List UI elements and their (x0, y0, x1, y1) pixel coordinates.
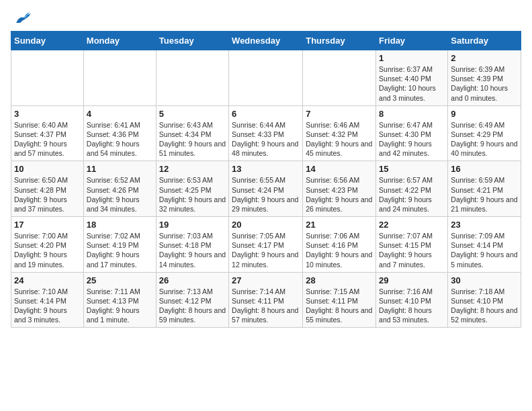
day-info: Sunrise: 7:13 AM Sunset: 4:12 PM Dayligh… (159, 287, 226, 325)
day-info: Sunrise: 6:55 AM Sunset: 4:24 PM Dayligh… (232, 175, 300, 214)
day-cell: 6Sunrise: 6:44 AM Sunset: 4:33 PM Daylig… (229, 105, 303, 161)
day-info: Sunrise: 6:41 AM Sunset: 4:36 PM Dayligh… (87, 120, 153, 158)
day-info: Sunrise: 7:15 AM Sunset: 4:11 PM Dayligh… (306, 287, 373, 325)
day-number: 2 (451, 53, 518, 63)
day-info: Sunrise: 6:56 AM Sunset: 4:23 PM Dayligh… (306, 175, 373, 214)
day-cell: 27Sunrise: 7:14 AM Sunset: 4:11 PM Dayli… (229, 272, 303, 328)
day-number: 6 (232, 109, 300, 119)
day-info: Sunrise: 6:43 AM Sunset: 4:34 PM Dayligh… (159, 120, 226, 158)
day-header-thursday: Thursday (303, 32, 376, 50)
day-number: 11 (87, 164, 153, 174)
day-header-sunday: Sunday (11, 32, 84, 50)
day-cell: 30Sunrise: 7:18 AM Sunset: 4:10 PM Dayli… (448, 272, 521, 328)
day-cell: 15Sunrise: 6:57 AM Sunset: 4:22 PM Dayli… (376, 161, 448, 217)
day-number: 3 (14, 109, 81, 119)
day-cell: 16Sunrise: 6:59 AM Sunset: 4:21 PM Dayli… (448, 161, 521, 217)
day-info: Sunrise: 6:39 AM Sunset: 4:39 PM Dayligh… (451, 64, 518, 103)
day-number: 17 (14, 220, 81, 230)
day-number: 9 (451, 109, 518, 119)
day-number: 29 (379, 275, 445, 285)
day-cell: 10Sunrise: 6:50 AM Sunset: 4:28 PM Dayli… (11, 161, 84, 217)
day-info: Sunrise: 7:10 AM Sunset: 4:14 PM Dayligh… (14, 287, 81, 325)
day-info: Sunrise: 7:05 AM Sunset: 4:17 PM Dayligh… (232, 231, 300, 269)
day-cell: 14Sunrise: 6:56 AM Sunset: 4:23 PM Dayli… (303, 161, 376, 217)
day-cell: 9Sunrise: 6:49 AM Sunset: 4:29 PM Daylig… (448, 105, 521, 161)
day-header-monday: Monday (83, 32, 156, 50)
day-cell: 21Sunrise: 7:06 AM Sunset: 4:16 PM Dayli… (303, 217, 376, 273)
day-cell (83, 50, 156, 106)
day-number: 25 (87, 275, 153, 285)
day-info: Sunrise: 7:16 AM Sunset: 4:10 PM Dayligh… (379, 287, 445, 325)
day-info: Sunrise: 6:47 AM Sunset: 4:30 PM Dayligh… (379, 120, 445, 158)
day-number: 12 (159, 164, 226, 174)
day-info: Sunrise: 6:37 AM Sunset: 4:40 PM Dayligh… (379, 64, 445, 103)
day-info: Sunrise: 6:57 AM Sunset: 4:22 PM Dayligh… (379, 175, 445, 214)
day-info: Sunrise: 6:53 AM Sunset: 4:25 PM Dayligh… (159, 175, 226, 214)
day-cell: 2Sunrise: 6:39 AM Sunset: 4:39 PM Daylig… (448, 50, 521, 106)
day-cell: 11Sunrise: 6:52 AM Sunset: 4:26 PM Dayli… (83, 161, 156, 217)
day-number: 20 (232, 220, 300, 230)
logo (11, 11, 32, 23)
day-number: 26 (159, 275, 226, 285)
day-number: 28 (306, 275, 373, 285)
day-info: Sunrise: 6:46 AM Sunset: 4:32 PM Dayligh… (306, 120, 373, 158)
day-cell (229, 50, 303, 106)
day-number: 1 (379, 53, 445, 63)
week-row-3: 10Sunrise: 6:50 AM Sunset: 4:28 PM Dayli… (11, 161, 521, 217)
day-cell: 3Sunrise: 6:40 AM Sunset: 4:37 PM Daylig… (11, 105, 84, 161)
day-info: Sunrise: 6:50 AM Sunset: 4:28 PM Dayligh… (14, 175, 81, 214)
week-row-2: 3Sunrise: 6:40 AM Sunset: 4:37 PM Daylig… (11, 105, 521, 161)
day-cell: 26Sunrise: 7:13 AM Sunset: 4:12 PM Dayli… (156, 272, 228, 328)
day-info: Sunrise: 6:59 AM Sunset: 4:21 PM Dayligh… (451, 175, 518, 214)
day-cell: 17Sunrise: 7:00 AM Sunset: 4:20 PM Dayli… (11, 217, 84, 273)
day-cell: 25Sunrise: 7:11 AM Sunset: 4:13 PM Dayli… (83, 272, 156, 328)
day-cell (303, 50, 376, 106)
day-info: Sunrise: 7:09 AM Sunset: 4:14 PM Dayligh… (451, 231, 518, 269)
day-header-friday: Friday (376, 32, 448, 50)
day-number: 8 (379, 109, 445, 119)
day-number: 24 (14, 275, 81, 285)
day-number: 5 (159, 109, 226, 119)
day-cell: 13Sunrise: 6:55 AM Sunset: 4:24 PM Dayli… (229, 161, 303, 217)
day-cell: 1Sunrise: 6:37 AM Sunset: 4:40 PM Daylig… (376, 50, 448, 106)
week-row-4: 17Sunrise: 7:00 AM Sunset: 4:20 PM Dayli… (11, 217, 521, 273)
day-info: Sunrise: 7:07 AM Sunset: 4:15 PM Dayligh… (379, 231, 445, 269)
day-info: Sunrise: 7:18 AM Sunset: 4:10 PM Dayligh… (451, 287, 518, 325)
day-number: 16 (451, 164, 518, 174)
day-info: Sunrise: 6:49 AM Sunset: 4:29 PM Dayligh… (451, 120, 518, 158)
day-cell: 24Sunrise: 7:10 AM Sunset: 4:14 PM Dayli… (11, 272, 84, 328)
day-info: Sunrise: 7:11 AM Sunset: 4:13 PM Dayligh… (87, 287, 153, 325)
day-number: 18 (87, 220, 153, 230)
day-number: 15 (379, 164, 445, 174)
day-number: 21 (306, 220, 373, 230)
day-number: 13 (232, 164, 300, 174)
day-header-tuesday: Tuesday (156, 32, 228, 50)
day-cell: 7Sunrise: 6:46 AM Sunset: 4:32 PM Daylig… (303, 105, 376, 161)
week-row-5: 24Sunrise: 7:10 AM Sunset: 4:14 PM Dayli… (11, 272, 521, 328)
day-number: 14 (306, 164, 373, 174)
day-info: Sunrise: 7:03 AM Sunset: 4:18 PM Dayligh… (159, 231, 226, 269)
calendar-table: SundayMondayTuesdayWednesdayThursdayFrid… (11, 31, 521, 328)
day-cell: 18Sunrise: 7:02 AM Sunset: 4:19 PM Dayli… (83, 217, 156, 273)
day-info: Sunrise: 6:44 AM Sunset: 4:33 PM Dayligh… (232, 120, 300, 158)
day-cell: 8Sunrise: 6:47 AM Sunset: 4:30 PM Daylig… (376, 105, 448, 161)
day-info: Sunrise: 7:06 AM Sunset: 4:16 PM Dayligh… (306, 231, 373, 269)
day-number: 23 (451, 220, 518, 230)
day-info: Sunrise: 6:40 AM Sunset: 4:37 PM Dayligh… (14, 120, 81, 158)
day-cell: 4Sunrise: 6:41 AM Sunset: 4:36 PM Daylig… (83, 105, 156, 161)
day-cell: 22Sunrise: 7:07 AM Sunset: 4:15 PM Dayli… (376, 217, 448, 273)
day-cell (156, 50, 228, 106)
day-cell: 20Sunrise: 7:05 AM Sunset: 4:17 PM Dayli… (229, 217, 303, 273)
day-number: 22 (379, 220, 445, 230)
page-header (11, 11, 521, 23)
day-info: Sunrise: 7:00 AM Sunset: 4:20 PM Dayligh… (14, 231, 81, 269)
day-info: Sunrise: 7:02 AM Sunset: 4:19 PM Dayligh… (87, 231, 153, 269)
day-cell: 23Sunrise: 7:09 AM Sunset: 4:14 PM Dayli… (448, 217, 521, 273)
day-header-saturday: Saturday (448, 32, 521, 50)
week-row-1: 1Sunrise: 6:37 AM Sunset: 4:40 PM Daylig… (11, 50, 521, 106)
day-number: 19 (159, 220, 226, 230)
day-info: Sunrise: 7:14 AM Sunset: 4:11 PM Dayligh… (232, 287, 300, 325)
day-number: 7 (306, 109, 373, 119)
day-number: 27 (232, 275, 300, 285)
day-cell: 5Sunrise: 6:43 AM Sunset: 4:34 PM Daylig… (156, 105, 228, 161)
